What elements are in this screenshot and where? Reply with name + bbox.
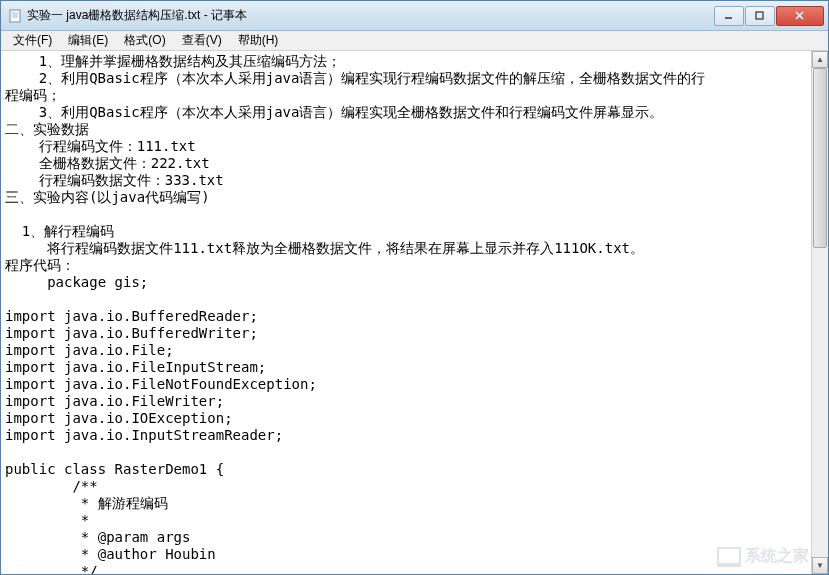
menubar: 文件(F) 编辑(E) 格式(O) 查看(V) 帮助(H) [1,31,828,51]
close-button[interactable] [776,6,824,26]
window-controls [713,6,824,26]
menu-help[interactable]: 帮助(H) [230,30,287,51]
notepad-window: 实验一 java栅格数据结构压缩.txt - 记事本 文件(F) 编辑(E) 格… [0,0,829,575]
svg-rect-5 [756,12,763,19]
minimize-button[interactable] [714,6,744,26]
scroll-track[interactable] [812,68,828,557]
scroll-down-button[interactable]: ▼ [812,557,828,574]
titlebar[interactable]: 实验一 java栅格数据结构压缩.txt - 记事本 [1,1,828,31]
scroll-thumb[interactable] [813,68,827,248]
svg-rect-0 [10,10,20,22]
notepad-icon [7,8,23,24]
menu-format[interactable]: 格式(O) [116,30,173,51]
scroll-up-button[interactable]: ▲ [812,51,828,68]
vertical-scrollbar[interactable]: ▲ ▼ [811,51,828,574]
menu-view[interactable]: 查看(V) [174,30,230,51]
content-area: 1、理解并掌握栅格数据结构及其压缩编码方法； 2、利用QBasic程序（本次本人… [1,51,828,574]
window-title: 实验一 java栅格数据结构压缩.txt - 记事本 [27,7,713,24]
maximize-button[interactable] [745,6,775,26]
menu-edit[interactable]: 编辑(E) [60,30,116,51]
text-editor[interactable]: 1、理解并掌握栅格数据结构及其压缩编码方法； 2、利用QBasic程序（本次本人… [1,51,811,574]
menu-file[interactable]: 文件(F) [5,30,60,51]
